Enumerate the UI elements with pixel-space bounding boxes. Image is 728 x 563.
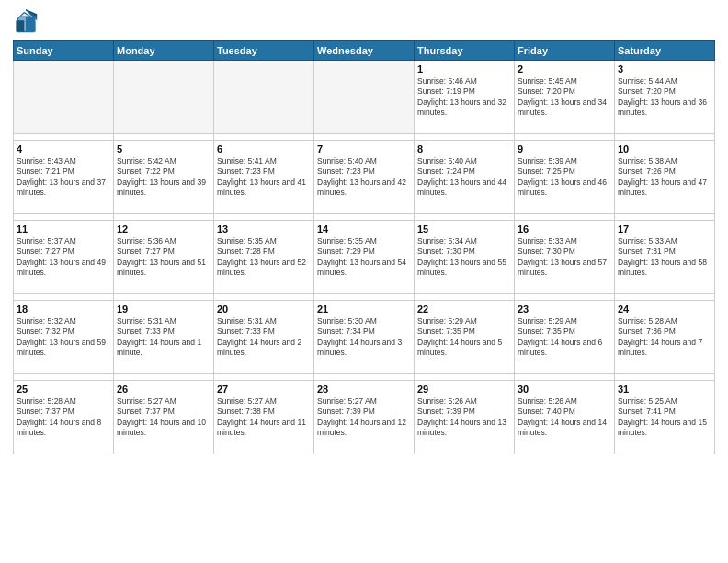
day-number: 25	[17, 384, 110, 395]
calendar-cell: 8Sunrise: 5:40 AMSunset: 7:24 PMDaylight…	[415, 141, 515, 214]
day-header-tuesday: Tuesday	[214, 41, 314, 61]
day-info: Sunrise: 5:38 AMSunset: 7:26 PMDaylight:…	[618, 156, 711, 199]
day-info: Sunrise: 5:40 AMSunset: 7:24 PMDaylight:…	[417, 156, 511, 199]
day-number: 12	[117, 224, 210, 235]
calendar-week-1: 1Sunrise: 5:46 AMSunset: 7:19 PMDaylight…	[14, 61, 715, 134]
calendar-cell: 6Sunrise: 5:41 AMSunset: 7:23 PMDaylight…	[214, 141, 314, 214]
calendar-cell: 3Sunrise: 5:44 AMSunset: 7:20 PMDaylight…	[615, 61, 715, 134]
calendar-cell: 24Sunrise: 5:28 AMSunset: 7:36 PMDayligh…	[615, 301, 715, 374]
calendar-cell: 23Sunrise: 5:29 AMSunset: 7:35 PMDayligh…	[515, 301, 615, 374]
day-info: Sunrise: 5:26 AMSunset: 7:40 PMDaylight:…	[518, 396, 611, 439]
calendar-cell: 22Sunrise: 5:29 AMSunset: 7:35 PMDayligh…	[415, 301, 515, 374]
calendar-cell: 16Sunrise: 5:33 AMSunset: 7:30 PMDayligh…	[515, 221, 615, 294]
day-header-saturday: Saturday	[615, 41, 715, 61]
day-number: 18	[17, 304, 110, 315]
row-divider	[14, 214, 715, 221]
calendar-cell: 29Sunrise: 5:26 AMSunset: 7:39 PMDayligh…	[415, 381, 515, 454]
day-info: Sunrise: 5:44 AMSunset: 7:20 PMDaylight:…	[618, 76, 711, 119]
calendar-cell: 2Sunrise: 5:45 AMSunset: 7:20 PMDaylight…	[515, 61, 615, 134]
calendar-week-3: 11Sunrise: 5:37 AMSunset: 7:27 PMDayligh…	[14, 221, 715, 294]
day-info: Sunrise: 5:34 AMSunset: 7:30 PMDaylight:…	[417, 236, 511, 279]
day-number: 17	[618, 224, 711, 235]
day-info: Sunrise: 5:27 AMSunset: 7:39 PMDaylight:…	[317, 396, 411, 439]
day-info: Sunrise: 5:35 AMSunset: 7:28 PMDaylight:…	[217, 236, 311, 279]
day-info: Sunrise: 5:40 AMSunset: 7:23 PMDaylight:…	[317, 156, 411, 199]
header	[13, 9, 715, 35]
row-divider	[14, 374, 715, 381]
day-number: 21	[317, 304, 411, 315]
calendar-cell: 13Sunrise: 5:35 AMSunset: 7:28 PMDayligh…	[214, 221, 314, 294]
calendar-cell	[214, 61, 314, 134]
day-info: Sunrise: 5:28 AMSunset: 7:37 PMDaylight:…	[17, 396, 110, 439]
day-info: Sunrise: 5:33 AMSunset: 7:30 PMDaylight:…	[518, 236, 611, 279]
calendar-cell: 7Sunrise: 5:40 AMSunset: 7:23 PMDaylight…	[314, 141, 415, 214]
day-info: Sunrise: 5:46 AMSunset: 7:19 PMDaylight:…	[417, 76, 511, 119]
day-info: Sunrise: 5:37 AMSunset: 7:27 PMDaylight:…	[17, 236, 110, 279]
day-number: 6	[217, 144, 311, 155]
svg-rect-6	[26, 17, 36, 32]
day-header-thursday: Thursday	[415, 41, 515, 61]
day-number: 26	[117, 384, 210, 395]
calendar-cell: 18Sunrise: 5:32 AMSunset: 7:32 PMDayligh…	[14, 301, 114, 374]
day-number: 13	[217, 224, 311, 235]
day-number: 5	[117, 144, 210, 155]
day-number: 11	[17, 224, 110, 235]
day-info: Sunrise: 5:32 AMSunset: 7:32 PMDaylight:…	[17, 316, 110, 359]
day-number: 8	[417, 144, 511, 155]
calendar-cell: 25Sunrise: 5:28 AMSunset: 7:37 PMDayligh…	[14, 381, 114, 454]
day-number: 2	[518, 63, 611, 75]
day-info: Sunrise: 5:28 AMSunset: 7:36 PMDaylight:…	[618, 316, 711, 359]
calendar-cell: 19Sunrise: 5:31 AMSunset: 7:33 PMDayligh…	[114, 301, 214, 374]
day-info: Sunrise: 5:27 AMSunset: 7:37 PMDaylight:…	[117, 396, 210, 439]
day-info: Sunrise: 5:35 AMSunset: 7:29 PMDaylight:…	[317, 236, 411, 279]
day-number: 30	[518, 384, 611, 395]
day-info: Sunrise: 5:41 AMSunset: 7:23 PMDaylight:…	[217, 156, 311, 199]
calendar-week-5: 25Sunrise: 5:28 AMSunset: 7:37 PMDayligh…	[14, 381, 715, 454]
calendar-week-2: 4Sunrise: 5:43 AMSunset: 7:21 PMDaylight…	[14, 141, 715, 214]
day-number: 27	[217, 384, 311, 395]
calendar-cell	[114, 61, 214, 134]
calendar-cell: 14Sunrise: 5:35 AMSunset: 7:29 PMDayligh…	[314, 221, 415, 294]
calendar-cell	[14, 61, 114, 134]
day-info: Sunrise: 5:45 AMSunset: 7:20 PMDaylight:…	[518, 76, 611, 119]
day-info: Sunrise: 5:43 AMSunset: 7:21 PMDaylight:…	[17, 156, 110, 199]
day-header-monday: Monday	[114, 41, 214, 61]
day-info: Sunrise: 5:31 AMSunset: 7:33 PMDaylight:…	[217, 316, 311, 359]
calendar-cell: 5Sunrise: 5:42 AMSunset: 7:22 PMDaylight…	[114, 141, 214, 214]
calendar-cell: 26Sunrise: 5:27 AMSunset: 7:37 PMDayligh…	[114, 381, 214, 454]
day-number: 1	[417, 63, 511, 75]
row-divider	[14, 294, 715, 301]
calendar-cell: 10Sunrise: 5:38 AMSunset: 7:26 PMDayligh…	[615, 141, 715, 214]
day-number: 14	[317, 224, 411, 235]
day-info: Sunrise: 5:39 AMSunset: 7:25 PMDaylight:…	[518, 156, 611, 199]
day-number: 15	[417, 224, 511, 235]
day-info: Sunrise: 5:26 AMSunset: 7:39 PMDaylight:…	[417, 396, 511, 439]
day-info: Sunrise: 5:33 AMSunset: 7:31 PMDaylight:…	[618, 236, 711, 279]
day-number: 22	[417, 304, 511, 315]
calendar-cell	[314, 61, 415, 134]
calendar-cell: 21Sunrise: 5:30 AMSunset: 7:34 PMDayligh…	[314, 301, 415, 374]
calendar-header-row: SundayMondayTuesdayWednesdayThursdayFrid…	[14, 41, 715, 61]
day-number: 10	[618, 144, 711, 155]
calendar-cell: 15Sunrise: 5:34 AMSunset: 7:30 PMDayligh…	[415, 221, 515, 294]
calendar-cell: 11Sunrise: 5:37 AMSunset: 7:27 PMDayligh…	[14, 221, 114, 294]
logo	[13, 9, 41, 35]
calendar-cell: 4Sunrise: 5:43 AMSunset: 7:21 PMDaylight…	[14, 141, 114, 214]
logo-icon	[13, 9, 39, 35]
day-info: Sunrise: 5:30 AMSunset: 7:34 PMDaylight:…	[317, 316, 411, 359]
page: SundayMondayTuesdayWednesdayThursdayFrid…	[0, 0, 728, 563]
calendar-cell: 20Sunrise: 5:31 AMSunset: 7:33 PMDayligh…	[214, 301, 314, 374]
day-info: Sunrise: 5:27 AMSunset: 7:38 PMDaylight:…	[217, 396, 311, 439]
day-number: 4	[17, 144, 110, 155]
day-number: 23	[518, 304, 611, 315]
day-number: 20	[217, 304, 311, 315]
day-header-friday: Friday	[515, 41, 615, 61]
row-divider	[14, 134, 715, 141]
day-number: 29	[417, 384, 511, 395]
calendar-table: SundayMondayTuesdayWednesdayThursdayFrid…	[13, 40, 715, 454]
day-header-sunday: Sunday	[14, 41, 114, 61]
day-header-wednesday: Wednesday	[314, 41, 415, 61]
day-info: Sunrise: 5:29 AMSunset: 7:35 PMDaylight:…	[518, 316, 611, 359]
day-info: Sunrise: 5:36 AMSunset: 7:27 PMDaylight:…	[117, 236, 210, 279]
day-info: Sunrise: 5:25 AMSunset: 7:41 PMDaylight:…	[618, 396, 711, 439]
